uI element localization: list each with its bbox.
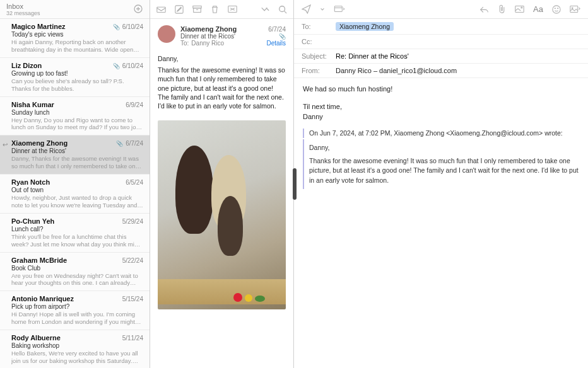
- message-item[interactable]: ↩Xiaomeng Zhong📎6/7/24Dinner at the Rico…: [0, 135, 150, 175]
- message-subject: Baking workshop: [11, 342, 143, 349]
- message-date: 6/10/24: [122, 62, 143, 69]
- archive-icon[interactable]: [192, 5, 202, 13]
- attachment-icon: 📎: [279, 33, 286, 40]
- message-item[interactable]: Ryan Notch6/5/24Out of townHowdy, neighb…: [0, 175, 150, 214]
- compose-toolbar: Aa: [294, 0, 588, 19]
- svg-rect-7: [334, 6, 342, 11]
- cc-input[interactable]: [336, 38, 580, 45]
- svg-rect-13: [570, 6, 578, 12]
- attachment-icon: 📎: [116, 141, 123, 147]
- inbox-header: Inbox 32 messages: [0, 0, 150, 19]
- subject-input[interactable]: [336, 52, 580, 60]
- svg-rect-4: [194, 8, 201, 13]
- inbox-count: 32 messages: [6, 10, 133, 16]
- compose-to-row[interactable]: To: Xiaomeng Zhong: [294, 19, 588, 35]
- message-subject: Book Club: [11, 265, 143, 272]
- message-preview: Danny, Thanks for the awesome evening! I…: [11, 155, 143, 170]
- message-date: 6/9/24: [126, 101, 143, 108]
- svg-point-9: [521, 7, 522, 8]
- message-subject: Out of town: [11, 187, 143, 193]
- svg-point-11: [555, 8, 555, 8]
- message-subject: Pick up from airport?: [11, 303, 143, 310]
- reading-pane: Xiaomeng Zhong 6/7/24 Dinner at the Rico…: [150, 0, 294, 368]
- message-list[interactable]: Magico Martinez📎6/10/24Today's epic view…: [0, 19, 150, 368]
- compose-subject-row[interactable]: Subject:: [294, 49, 588, 64]
- send-icon[interactable]: [302, 4, 311, 14]
- message-date: 5/11/24: [122, 335, 143, 342]
- compose-line3: Danny: [303, 112, 579, 122]
- recipient-pill[interactable]: Xiaomeng Zhong: [336, 22, 394, 31]
- split-view-handle[interactable]: [293, 168, 297, 200]
- details-link[interactable]: Details: [266, 40, 286, 47]
- message-date: 5/22/24: [122, 257, 143, 264]
- scan-icon[interactable]: [515, 5, 524, 13]
- message-subject: Sunday lunch: [11, 109, 143, 116]
- message-item[interactable]: Rody Albuerne5/11/24Baking workshopHello…: [0, 330, 150, 368]
- mailbox-icon[interactable]: [156, 5, 166, 13]
- trash-icon[interactable]: [211, 5, 219, 14]
- photo-browser-icon[interactable]: [570, 5, 580, 13]
- message-preview: Howdy, neighbor, Just wanted to drop a q…: [11, 194, 143, 209]
- message-preview: Are you free on Wednesday night? Can't w…: [11, 272, 143, 287]
- message-from: Liz Dizon: [11, 62, 110, 69]
- to-label: To:: [302, 23, 332, 30]
- message-preview: Hi Danny! Hope all is well with you. I'm…: [11, 311, 143, 326]
- subject-label: Subject:: [302, 52, 332, 60]
- message-from: Rody Albuerne: [11, 334, 120, 342]
- message-item[interactable]: Magico Martinez📎6/10/24Today's epic view…: [0, 19, 150, 58]
- junk-icon[interactable]: [228, 5, 237, 13]
- quote-text: Thanks for the awesome evening! It was s…: [309, 156, 579, 185]
- inbox-title: Inbox: [6, 3, 133, 10]
- send-later-chevron-icon[interactable]: [320, 7, 325, 12]
- svg-point-6: [279, 6, 285, 11]
- compose-body[interactable]: We had so much fun hosting! Til next tim…: [294, 78, 588, 195]
- search-icon[interactable]: [278, 5, 287, 14]
- message-item[interactable]: Graham McBride5/22/24Book ClubAre you fr…: [0, 253, 150, 292]
- message-from: Nisha Kumar: [11, 101, 123, 108]
- svg-rect-8: [515, 6, 524, 13]
- compose-line1: We had so much fun hosting!: [303, 84, 579, 95]
- compose-pane: Aa To: Xiaomeng Zhong Cc: Subject: From:…: [294, 0, 588, 368]
- svg-rect-2: [175, 5, 183, 13]
- svg-point-12: [558, 8, 558, 8]
- svg-point-10: [553, 5, 560, 13]
- compose-line2: Til next time,: [303, 102, 579, 112]
- message-preview: Hey Danny, Do you and Rigo want to come …: [11, 117, 143, 132]
- compose-icon[interactable]: [175, 5, 184, 14]
- replied-icon: ↩: [3, 141, 8, 148]
- quote-body: Danny, Thanks for the awesome evening! I…: [303, 139, 579, 189]
- attach-icon[interactable]: [498, 4, 506, 14]
- more-icon[interactable]: [261, 6, 269, 13]
- message-subject: Growing up too fast!: [11, 70, 143, 77]
- attachment-icon: 📎: [113, 24, 120, 30]
- message-item[interactable]: Antonio Manriquez5/15/24Pick up from air…: [0, 291, 150, 330]
- compose-from-row[interactable]: From: Danny Rico – daniel_rico1@icloud.c…: [294, 64, 588, 78]
- email-image-attachment[interactable]: [158, 120, 286, 309]
- cc-label: Cc:: [302, 38, 332, 45]
- emoji-icon[interactable]: [552, 5, 561, 14]
- reading-toolbar: [150, 0, 293, 19]
- avatar: [158, 25, 175, 43]
- message-date: 6/5/24: [126, 179, 143, 186]
- reading-to-value: Danny Rico: [191, 40, 224, 47]
- message-preview: Think you'll be free for a lunchtime cha…: [11, 233, 143, 248]
- message-from: Ryan Notch: [11, 178, 123, 186]
- format-icon[interactable]: Aa: [533, 4, 543, 14]
- reading-body-text: Thanks for the awesome evening! It was s…: [158, 66, 286, 110]
- reading-to-label: To:: [180, 40, 189, 47]
- message-date: 5/15/24: [122, 296, 143, 302]
- svg-rect-1: [157, 7, 165, 12]
- header-options-icon[interactable]: [334, 6, 345, 13]
- message-date: 6/7/24: [126, 140, 143, 147]
- message-item[interactable]: Nisha Kumar6/9/24Sunday lunchHey Danny, …: [0, 97, 150, 136]
- filter-icon[interactable]: [133, 4, 143, 15]
- message-item[interactable]: Po-Chun Yeh5/29/24Lunch call?Think you'l…: [0, 214, 150, 253]
- message-from: Antonio Manriquez: [11, 295, 120, 302]
- message-header: Xiaomeng Zhong 6/7/24 Dinner at the Rico…: [150, 19, 293, 52]
- svg-point-14: [572, 8, 573, 9]
- message-from: Po-Chun Yeh: [11, 217, 120, 225]
- message-item[interactable]: Liz Dizon📎6/10/24Growing up too fast!Can…: [0, 58, 150, 97]
- compose-cc-row[interactable]: Cc:: [294, 35, 588, 49]
- reply-icon[interactable]: [479, 5, 489, 13]
- attachment-icon: 📎: [113, 63, 120, 69]
